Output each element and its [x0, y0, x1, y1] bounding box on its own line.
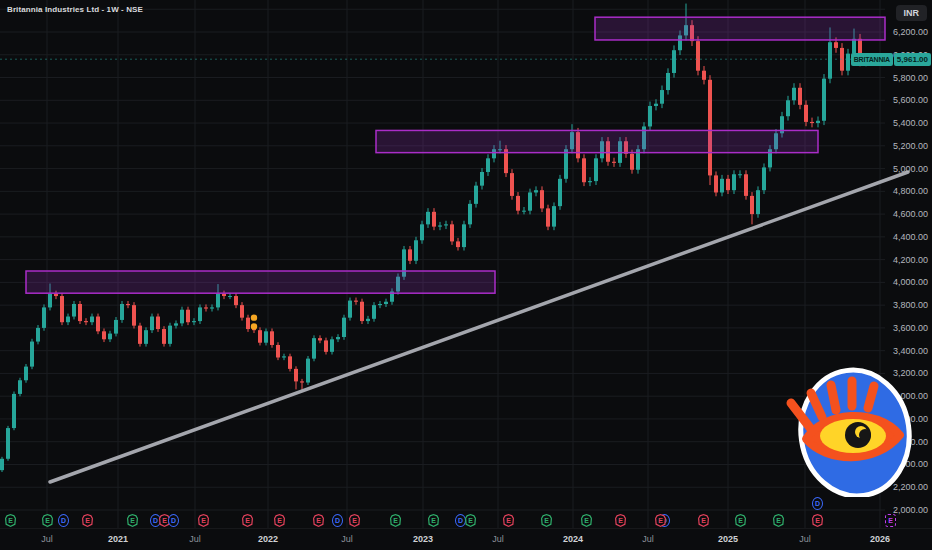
time-axis[interactable]: Jul2021Jul2022Jul2023Jul2024Jul2025Jul20…	[0, 528, 932, 550]
candle-body	[186, 310, 190, 323]
candle-body	[822, 79, 826, 121]
candle-body	[276, 345, 280, 358]
candle-body	[294, 369, 298, 382]
candle-body	[108, 334, 112, 340]
candle-body	[36, 328, 40, 342]
candle-body	[258, 330, 262, 343]
eye-logo-sticker	[772, 355, 917, 497]
candle-body	[150, 317, 154, 331]
candle-body	[672, 50, 676, 73]
candle-body	[510, 173, 514, 196]
candle-body	[552, 206, 556, 226]
candle-body	[852, 39, 856, 54]
time-tick-label: 2021	[108, 534, 128, 544]
candle-body	[24, 367, 28, 381]
candle-body	[30, 342, 34, 367]
candle-body	[126, 304, 130, 305]
candle-body	[192, 321, 196, 322]
candle-body	[444, 224, 448, 225]
candle-body	[102, 331, 106, 339]
candle-body	[450, 224, 454, 241]
candle-body	[792, 88, 796, 101]
supply-zone-mid	[376, 130, 818, 152]
candle-body	[702, 71, 706, 80]
currency-button[interactable]: INR	[896, 5, 928, 21]
symbol-title[interactable]: Britannia Industries Ltd - 1W - NSE	[7, 5, 143, 14]
candle-body	[42, 307, 46, 327]
candle-body	[366, 319, 370, 321]
candle-body	[204, 307, 208, 308]
candle-body	[744, 174, 748, 196]
candle-body	[534, 190, 538, 192]
candle-body	[456, 241, 460, 247]
orange-dot-marker	[251, 314, 257, 320]
candle-body	[342, 318, 346, 337]
price-chip: 5,961.00	[894, 53, 931, 66]
candle-body	[726, 179, 730, 190]
time-tick-label: Jul	[41, 534, 53, 544]
candle-body	[6, 428, 10, 459]
candle-body	[522, 211, 526, 212]
candle-body	[804, 105, 808, 122]
candle-body	[84, 321, 88, 322]
supply-zone-low	[26, 271, 495, 293]
candle-body	[228, 296, 232, 297]
price-tick-label: 5,400.00	[886, 118, 928, 128]
candle-body	[240, 305, 244, 318]
price-tick-label: 5,800.00	[886, 73, 928, 83]
candle-body	[708, 80, 712, 176]
candle-body	[216, 294, 220, 308]
candle-body	[180, 310, 184, 324]
candle-body	[348, 301, 352, 318]
candle-body	[420, 224, 424, 240]
candle-body	[594, 158, 598, 181]
candle-body	[558, 179, 562, 206]
symbol-chip: BRITANNIA	[851, 53, 893, 66]
candle-body	[330, 339, 334, 352]
candle-body	[588, 181, 592, 182]
candle-body	[270, 331, 274, 345]
candle-body	[798, 88, 802, 105]
candle-body	[630, 154, 634, 170]
price-tick-label: 5,200.00	[886, 141, 928, 151]
candle-body	[66, 317, 70, 323]
time-tick-label: 2024	[563, 534, 583, 544]
price-tick-label: 4,600.00	[886, 209, 928, 219]
time-tick-label: 2023	[413, 534, 433, 544]
candle-body	[198, 307, 202, 321]
candle-body	[810, 122, 814, 123]
price-tick-label: 4,000.00	[886, 277, 928, 287]
candle-body	[546, 208, 550, 226]
candle-body	[816, 121, 820, 123]
candle-body	[612, 162, 616, 163]
candle-body	[120, 304, 124, 320]
candle-body	[756, 190, 760, 214]
candle-body	[354, 301, 358, 302]
supply-zone-top	[595, 17, 885, 40]
candle-body	[48, 294, 52, 308]
candle-body	[432, 212, 436, 227]
time-tick-label: Jul	[189, 534, 201, 544]
price-tick-label: 2,000.00	[886, 505, 928, 515]
price-tick-label: 3,800.00	[886, 300, 928, 310]
candle-body	[564, 149, 568, 179]
candle-body	[720, 179, 724, 193]
time-tick-label: Jul	[492, 534, 504, 544]
candle-body	[384, 302, 388, 304]
candle-body	[828, 42, 832, 78]
candle-body	[528, 192, 532, 210]
candle-body	[234, 296, 238, 305]
candle-body	[72, 304, 76, 317]
candle-body	[696, 41, 700, 71]
time-tick-label: Jul	[341, 534, 353, 544]
candle-body	[474, 186, 478, 204]
candle-body	[18, 380, 22, 394]
price-tick-label: 5,600.00	[886, 95, 928, 105]
candle-body	[654, 104, 658, 106]
candle-body	[762, 167, 766, 190]
price-tick-label: 3,600.00	[886, 323, 928, 333]
candle-body	[162, 329, 166, 344]
candle-body	[834, 42, 838, 48]
candle-body	[540, 190, 544, 208]
candle-body	[846, 54, 850, 71]
